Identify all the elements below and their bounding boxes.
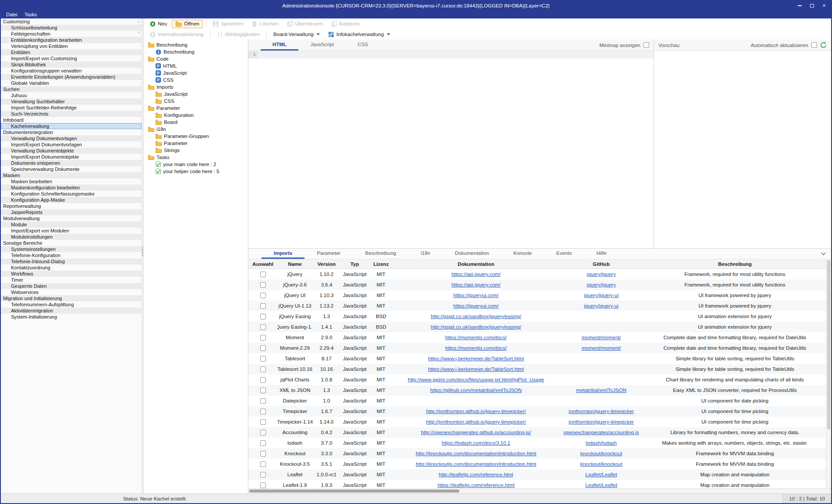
table-row[interactable]: Tablesort-10.1610.16JavaScriptMIThttps:/… <box>248 364 826 374</box>
column-header-github[interactable]: GitHub <box>559 259 644 268</box>
table-row[interactable]: Knockout-3.53.5.1JavaScriptMIThttp://kno… <box>248 459 826 469</box>
tree-item-parameter[interactable]: Parameter <box>144 105 248 112</box>
tree-item-css[interactable]: CSS <box>144 98 248 105</box>
github-link[interactable]: jquery/jquery-ui <box>584 303 619 308</box>
menu-item-tasks[interactable]: Tasks <box>21 12 40 17</box>
doc-link[interactable]: https://jqueryui.com/ <box>454 293 499 298</box>
github-link[interactable]: openexchangerates/accounting.js <box>563 430 639 435</box>
minimize-button[interactable] <box>797 3 802 8</box>
doc-link[interactable]: http://knockoutjs.com/documentation/intr… <box>416 461 536 467</box>
sidebar-item-jasperreports[interactable]: JasperReports <box>1 209 142 215</box>
bottom-tab-hilfe[interactable]: Hilfe <box>584 249 619 259</box>
menu-item-datei[interactable]: Datei <box>3 12 21 17</box>
github-link[interactable]: knockout/knockout <box>580 451 622 456</box>
row-checkbox[interactable] <box>260 440 266 446</box>
table-row[interactable]: XML to JSON1.3JavaScriptMIThttps://githu… <box>248 385 826 395</box>
row-checkbox[interactable] <box>260 345 266 351</box>
sidebar-item-timer[interactable]: Timer <box>1 277 142 283</box>
sidebar-item-gesperrte-daten[interactable]: Gesperrte Daten <box>1 283 142 289</box>
row-checkbox[interactable] <box>260 377 266 383</box>
column-header-name[interactable]: Name <box>277 259 312 268</box>
table-row[interactable]: jQuery UI1.10.3JavaScriptMIThttps://jque… <box>248 290 826 301</box>
table-row[interactable]: Leaflet1.0.0-rc1JavaScriptMIThttp://leaf… <box>248 469 826 480</box>
sidebar-item-globale-variablen[interactable]: Globale Variablen <box>1 80 142 86</box>
chevron-right-icon[interactable]: › <box>138 30 140 35</box>
doc-link[interactable]: https://github.com/metatribal/xmlToJSON <box>430 388 522 393</box>
table-row[interactable]: Leaflet-1.91.9.3JavaScriptMIThttps://lea… <box>248 480 826 488</box>
doc-link[interactable]: https://jqueryui.com/ <box>454 303 499 308</box>
row-checkbox[interactable] <box>260 303 266 309</box>
bottom-tab-i18n[interactable]: i18n <box>408 249 443 259</box>
doc-link[interactable]: https://www.j-berkemeier.de/TableSort.ht… <box>428 356 524 361</box>
row-checkbox[interactable] <box>260 409 266 414</box>
sidebar-item-system-initialisierung[interactable]: System-Initialisierung <box>1 314 142 320</box>
column-header-lizenz[interactable]: Lizenz <box>369 259 393 268</box>
sidebar-item-masken-bearbeiten[interactable]: Masken bearbeiten <box>1 178 142 185</box>
doc-link[interactable]: http://gsgd.co.uk/sandbox/jquery/easing/ <box>431 314 521 319</box>
sidebar-item-telefonie-konfiguration[interactable]: Telefonie-Konfiguration <box>1 252 142 258</box>
tree-item-strings[interactable]: Strings <box>144 147 248 154</box>
sidebar-item-entit-tenkonfiguration-bearbeiten[interactable]: Entitätenkonfiguration bearbeiten <box>1 37 142 43</box>
tree-item-javascript[interactable]: JavaScript <box>144 69 248 76</box>
sidebar-item-dokumente-entsperren[interactable]: Dokumente entsperren <box>1 160 142 166</box>
table-horizontal-scrollbar[interactable] <box>248 488 831 493</box>
sidebar-item-speicherverwaltung-dokumente[interactable]: Speicherverwaltung Dokumente <box>1 166 142 172</box>
row-checkbox[interactable] <box>260 419 266 425</box>
row-checkbox[interactable] <box>260 472 266 478</box>
tree-item-your-main-code-here-2[interactable]: your main code here : 2 <box>144 161 248 168</box>
sidebar-item-erweiterte-einstellungen-anwendungsvariablen[interactable]: Erweiterte Einstellungen (Anwendungsvari… <box>1 74 142 80</box>
sidebar-item-konfiguration-schnellerfassungsmaske[interactable]: Konfiguration Schnellerfassungsmaske <box>1 191 142 197</box>
sidebar-item-konfigurationsgruppen-verwalten[interactable]: Konfigurationsgruppen verwalten <box>1 68 142 74</box>
column-header-beschreibung[interactable]: Beschreibung <box>644 259 826 268</box>
doc-link[interactable]: http://www.jqplot.com/docs/files/usage-t… <box>408 377 544 382</box>
row-checkbox[interactable] <box>260 451 266 457</box>
bottom-tab-konsole[interactable]: Konsole <box>501 249 544 259</box>
sidebar-item-import-export-von-customizing[interactable]: Import/Export von Customizing <box>1 55 142 62</box>
horizontal-scrollbar-thumb[interactable] <box>249 489 459 493</box>
close-button[interactable]: × <box>821 3 827 8</box>
table-row[interactable]: jQuery-3.63.6.4JavaScriptMIThttps://api.… <box>248 279 826 290</box>
doc-link[interactable]: http://knockoutjs.com/documentation/intr… <box>416 451 536 456</box>
sidebar-item-import-export-dokumentvorlagen[interactable]: Import/Export Dokumentvorlagen <box>1 141 142 148</box>
tree-item-konfiguration[interactable]: Konfiguration <box>144 112 248 119</box>
sidebar-item-konfiguration-app-maske[interactable]: Konfiguration App-Maske <box>1 197 142 203</box>
table-row[interactable]: jQuery Easing-1.41.4.1JavaScriptBSDhttp:… <box>248 322 826 332</box>
row-checkbox[interactable] <box>260 293 266 298</box>
sidebar-item-maskenkonfiguration-bearbeiten[interactable]: Maskenkonfiguration bearbeiten <box>1 185 142 191</box>
tree-item-css[interactable]: CSS <box>144 76 248 83</box>
column-header-version[interactable]: Version <box>312 259 341 268</box>
editor-tab-css[interactable]: CSS <box>346 40 380 51</box>
sidebar-item-such-verzeichnis[interactable]: Such-Verzeichnis <box>1 111 142 117</box>
column-header-auswahl[interactable]: Auswahl <box>248 259 277 268</box>
toolbar-infokachelverwaltung-button[interactable]: Infokachelverwaltung <box>325 30 394 39</box>
sidebar-item-workflows[interactable]: Workflows <box>1 271 142 277</box>
tree-item-parameter-gruppen[interactable]: Parameter-Gruppen <box>144 133 248 140</box>
sidebar-section-reportverwaltung[interactable]: Reportverwaltung <box>1 203 142 209</box>
sidebar-item-module[interactable]: Module <box>1 221 142 228</box>
row-checkbox[interactable] <box>260 366 266 372</box>
github-link[interactable]: jquery/jquery-ui <box>584 293 619 298</box>
toolbar-neu-button[interactable]: Neu <box>146 20 171 28</box>
sidebar-item-systemeinstellungen[interactable]: Systemeinstellungen <box>1 246 142 252</box>
splitter-grip[interactable]: •••••• <box>142 247 143 256</box>
sidebar-item-aktivit-tenmigration[interactable]: Aktivitätenmigration <box>1 308 142 314</box>
tree-item-code[interactable]: Code <box>144 55 248 62</box>
sidebar-item-verwaltung-dokumentvorlagen[interactable]: Verwaltung Dokumentvorlagen <box>1 135 142 141</box>
github-link[interactable]: moment/moment/ <box>581 345 621 351</box>
table-row[interactable]: Datepicker1.0JavaScriptMITUI component f… <box>248 395 826 406</box>
sidebar-item-import-export-von-modulen[interactable]: Import/Export von Modulen <box>1 228 142 234</box>
github-link[interactable]: moment/moment/ <box>581 335 621 340</box>
tree-item-parameter[interactable]: Parameter <box>144 140 248 147</box>
sidebar-section-modulverwaltung[interactable]: Modulverwaltung <box>1 215 142 221</box>
table-row[interactable]: jQuery Easing1.3JavaScriptBSDhttp://gsgd… <box>248 311 826 322</box>
sidebar-item-verwaltung-suchbeh-lter[interactable]: Verwaltung Suchbehälter <box>1 98 142 105</box>
sidebar-item-schl-sselbearbeitung[interactable]: Schlüsselbearbeitung <box>1 25 142 31</box>
row-checkbox[interactable] <box>260 272 266 277</box>
sidebar-item-feldeigenschaften[interactable]: Feldeigenschaften <box>1 31 142 37</box>
sidebar-splitter[interactable]: › › •••••• <box>142 18 144 493</box>
tree-item-your-helper-code-here-5[interactable]: your helper code here : 5 <box>144 168 248 175</box>
refresh-icon[interactable] <box>820 42 827 48</box>
doc-link[interactable]: https://api.jquery.com/ <box>451 272 501 277</box>
table-row[interactable]: Tablesort8.17JavaScriptMIThttps://www.j-… <box>248 353 826 364</box>
tree-item-javascript[interactable]: JavaScript <box>144 91 248 98</box>
